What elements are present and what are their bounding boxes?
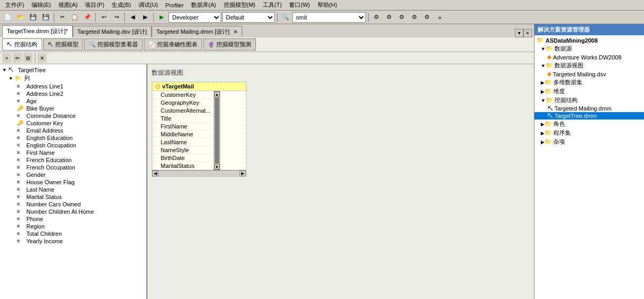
tree-col-customer-key[interactable]: 🔑 Customer Key [0, 119, 146, 127]
nav-back-btn[interactable]: ◀ [127, 12, 138, 23]
menu-debug[interactable]: 调试(U) [135, 0, 161, 10]
tool-edit-btn[interactable]: ✏ [13, 53, 22, 63]
save-btn[interactable]: 💾 [27, 12, 39, 23]
menu-view[interactable]: 视图(A) [55, 0, 81, 10]
menu-file[interactable]: 文件(F) [2, 0, 27, 10]
table-row-middlename[interactable]: MiddleName [152, 131, 214, 138]
menu-tools[interactable]: 工具(T) [260, 0, 285, 10]
misc-expand-icon[interactable]: ▶ [541, 139, 544, 145]
datasource-expand-icon[interactable]: ▼ [541, 46, 546, 52]
mining-expand-icon[interactable]: ▼ [541, 98, 546, 103]
tab-targeted-mailing-dmm[interactable]: Targeted Mailing.dmm [设计] ✕ [152, 26, 242, 37]
menu-profiler[interactable]: Profiler [162, 1, 187, 9]
developer-dropdown[interactable]: Developer [169, 12, 221, 23]
sol-root[interactable]: 📁 ASDataMining2008 [534, 36, 644, 44]
omit-dropdown[interactable]: omit [292, 12, 366, 23]
tree-col-phone[interactable]: ≡ Phone [0, 215, 146, 223]
scroll-down-btn[interactable]: ▼ [214, 164, 220, 170]
tab-targettree[interactable]: TargetTree.dmm [设计]* [2, 25, 73, 37]
tree-col-first-name[interactable]: ≡ First Name [0, 149, 146, 156]
columns-expand-icon[interactable]: ▼ [8, 76, 15, 81]
table-row-namestyle[interactable]: NameStyle [152, 146, 214, 154]
table-row-title[interactable]: Title [152, 115, 214, 123]
sol-misc-folder[interactable]: ▶ 📁 杂项 [534, 137, 644, 146]
menu-mining-model[interactable]: 挖掘模型(M) [221, 0, 259, 10]
search-icon-btn[interactable]: 🔍 [280, 12, 291, 23]
tree-col-email[interactable]: ≡ Email Address [0, 127, 146, 134]
table-row-customerkey[interactable]: CustomerKey [152, 91, 214, 99]
tree-col-bike-buyer[interactable]: 🔑 Bike Buyer [0, 105, 146, 112]
undo-btn[interactable]: ↩ [98, 12, 110, 23]
menu-window[interactable]: 窗口(W) [286, 0, 313, 10]
sol-datasource-folder[interactable]: ▼ 📁 数据源 [534, 44, 644, 53]
start-btn[interactable]: ▶ [156, 12, 167, 23]
toolbar-btn-2[interactable]: ⚙ [383, 12, 395, 23]
redo-btn[interactable]: ↪ [111, 12, 122, 23]
nav-fwd-btn[interactable]: ▶ [140, 12, 151, 23]
hscroll-left-btn[interactable]: ◀ [152, 171, 158, 176]
tree-col-fr-occ[interactable]: ≡ French Occupation [0, 164, 146, 171]
tool-col-btn[interactable]: ⊞ [23, 53, 33, 63]
tab-targeted-mailing-dsv[interactable]: Targeted Mailing.dsv [设计] [73, 26, 152, 37]
tab-close-btn[interactable]: ✕ [233, 29, 237, 35]
toolbar-btn-1[interactable]: ⚙ [371, 12, 382, 23]
menu-project[interactable]: 项目(P) [82, 0, 107, 10]
tree-col-marital[interactable]: ≡ Marital Status [0, 193, 146, 201]
sol-dsv-folder[interactable]: ▼ 📁 数据源视图 [534, 61, 644, 70]
subtab-mining-model[interactable]: ⛏ 挖掘模型 [43, 38, 83, 51]
tree-col-eng-edu[interactable]: ≡ English Education [0, 134, 146, 142]
tree-col-last-name[interactable]: ≡ Last Name [0, 186, 146, 193]
hscroll-right-btn[interactable]: ▶ [240, 171, 246, 176]
tree-col-region[interactable]: ≡ Region [0, 223, 146, 230]
table-row-customeralt[interactable]: CustomerAlternat... [152, 107, 214, 115]
tree-columns-node[interactable]: ▼ 📁 列 [0, 74, 146, 83]
tree-col-num-cars[interactable]: ≡ Number Cars Owned [0, 201, 146, 208]
tree-col-address1[interactable]: ≡ Address Line1 [0, 83, 146, 90]
open-btn[interactable]: 📂 [15, 12, 26, 23]
sol-adventure-works[interactable]: ◆ Adventure Works DW2008 [534, 53, 644, 61]
tree-col-fr-edu[interactable]: ≡ French Education [0, 156, 146, 164]
sol-multidim-folder[interactable]: ▶ 📁 多维数据集 [534, 78, 644, 87]
table-row-geographykey[interactable]: GeographyKey [152, 99, 214, 107]
tree-col-address2[interactable]: ≡ Address Line2 [0, 90, 146, 97]
menu-help[interactable]: 帮助(H) [314, 0, 340, 10]
sol-dimension-folder[interactable]: ▶ 📁 维度 [534, 87, 644, 96]
tree-col-total-children[interactable]: ≡ Total Children [0, 230, 146, 237]
scroll-thumb[interactable] [215, 97, 219, 164]
table-hscroll[interactable]: ◀ ▶ [152, 170, 246, 176]
tree-col-house-owner[interactable]: ≡ House Owner Flag [0, 178, 146, 186]
sol-targeted-mailing-dsv[interactable]: ◆ Targeted Mailing.dsv [534, 70, 644, 78]
toolbar-btn-3[interactable]: ⚙ [396, 12, 408, 23]
root-expand-icon[interactable]: ▼ [2, 67, 8, 73]
table-row-maritalstatus[interactable]: MaritalStatus [152, 162, 214, 170]
sol-targeted-mailing-dmm[interactable]: ⛏ Targeted Mailing.dmm [534, 105, 644, 112]
sol-target-tree-dmm[interactable]: ⛏ TargetTree.dmm [534, 112, 644, 119]
tree-col-gender[interactable]: ≡ Gender [0, 171, 146, 178]
dimension-expand-icon[interactable]: ▶ [541, 89, 544, 94]
menu-build[interactable]: 生成(B) [108, 0, 134, 10]
close-tab-btn[interactable]: ✕ [523, 29, 532, 37]
tree-col-commute[interactable]: ≡ Commute Distance [0, 112, 146, 119]
table-scrollbar[interactable]: ▲ ▼ [214, 91, 220, 170]
sol-roles-folder[interactable]: ▶ 📁 角色 [534, 119, 644, 128]
cut-btn[interactable]: ✂ [56, 12, 68, 23]
subtab-mining-viewer[interactable]: 🔍 挖掘模型查看器 [84, 38, 143, 51]
default-dropdown[interactable]: Default [222, 12, 275, 23]
tool-add-btn[interactable]: + [2, 53, 12, 63]
tool-del-btn[interactable]: ✕ [37, 53, 47, 63]
new-btn[interactable]: 📄 [2, 12, 14, 23]
table-row-lastname[interactable]: LastName [152, 138, 214, 146]
dsv-expand-icon[interactable]: ▼ [541, 63, 546, 68]
sol-mining-folder[interactable]: ▼ 📁 挖掘结构 [534, 96, 644, 105]
toolbar-expand-btn[interactable]: » [434, 12, 445, 23]
menu-database[interactable]: 数据库(A) [188, 0, 220, 10]
tree-col-eng-occ[interactable]: ≡ English Occupation [0, 142, 146, 149]
scroll-up-btn[interactable]: ▲ [214, 92, 220, 97]
toolbar-btn-4[interactable]: ⚙ [409, 12, 420, 23]
menu-edit[interactable]: 编辑(E) [28, 0, 54, 10]
multidim-expand-icon[interactable]: ▶ [541, 80, 544, 85]
subtab-accuracy-chart[interactable]: 📈 挖掘准确性图表 [144, 38, 202, 51]
roles-expand-icon[interactable]: ▶ [541, 122, 544, 127]
tree-col-age[interactable]: ≡ Age [0, 97, 146, 105]
toolbar-btn-5[interactable]: ⚙ [421, 12, 433, 23]
